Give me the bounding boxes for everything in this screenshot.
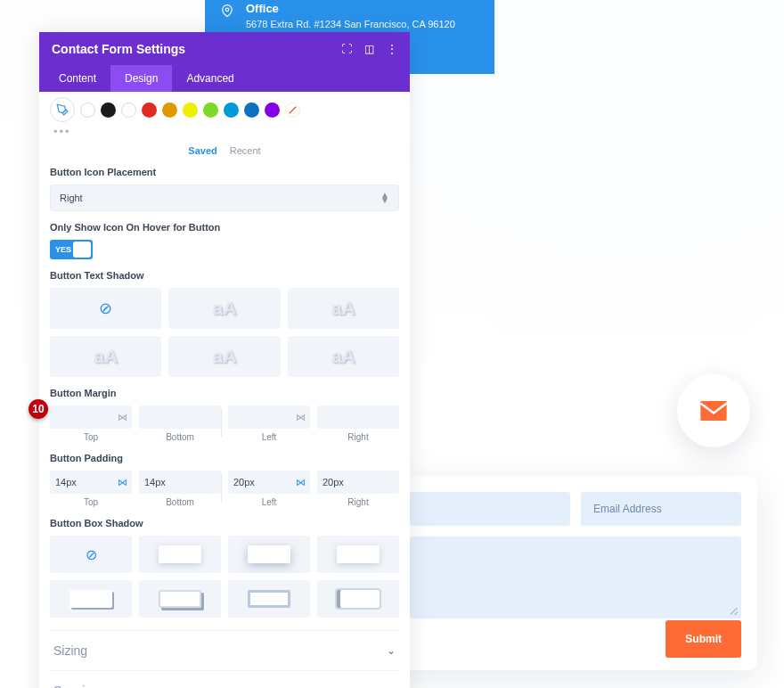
saved-tab[interactable]: Saved	[188, 145, 216, 156]
modal-header[interactable]: Contact Form Settings ⛶ ◫ ⋮	[39, 32, 410, 65]
saved-recent-row: Saved Recent	[50, 145, 399, 156]
contact-form-card: Email Address Submit	[394, 476, 757, 670]
message-field[interactable]	[410, 536, 741, 618]
chevron-down-icon: ⌄	[387, 684, 396, 688]
select-icon-placement[interactable]: Right ▲▼	[50, 184, 399, 211]
label-button-padding: Button Padding	[50, 453, 399, 463]
padding-left-input[interactable]: 20px⋈	[228, 471, 310, 494]
select-arrows-icon: ▲▼	[380, 192, 389, 203]
more-icon[interactable]: ⋮	[387, 43, 397, 55]
lab-left: Left	[228, 432, 310, 442]
submit-button[interactable]: Submit	[666, 620, 741, 658]
lab-right: Right	[317, 432, 399, 442]
link-icon[interactable]: ⋈	[118, 412, 127, 423]
text-shadow-opt-3[interactable]: aA	[50, 336, 161, 377]
toggle-knob	[73, 242, 91, 258]
label-icon-placement: Button Icon Placement	[50, 167, 399, 177]
color-palette-row	[50, 97, 399, 122]
modal-body: ••• Saved Recent Button Icon Placement R…	[39, 92, 410, 688]
resize-handle-icon[interactable]	[731, 608, 738, 615]
box-shadow-none[interactable]: ⊘	[50, 536, 132, 573]
office-address: 5678 Extra Rd. #1234 San Francisco, CA 9…	[246, 19, 455, 29]
tab-design[interactable]: Design	[110, 65, 172, 92]
box-shadow-6[interactable]	[228, 580, 310, 618]
box-shadow-3[interactable]	[317, 536, 399, 573]
swatch-none[interactable]	[285, 102, 300, 118]
lab-left: Left	[228, 497, 310, 507]
box-shadow-2[interactable]	[228, 536, 310, 573]
box-shadow-1[interactable]	[139, 536, 221, 573]
panel-icon[interactable]: ◫	[364, 43, 374, 55]
text-shadow-opt-5[interactable]: aA	[288, 336, 399, 377]
tab-advanced[interactable]: Advanced	[172, 65, 248, 92]
accordion-sizing[interactable]: Sizing ⌄	[50, 630, 399, 670]
eyedropper-icon[interactable]	[50, 97, 75, 122]
text-shadow-opt-4[interactable]: aA	[168, 336, 280, 377]
swatch-black[interactable]	[101, 102, 116, 118]
separator	[221, 408, 222, 437]
box-shadow-7[interactable]	[317, 580, 399, 618]
swatch-blue[interactable]	[244, 102, 259, 118]
label-only-hover: Only Show Icon On Hover for Button	[50, 222, 399, 233]
toggle-value: YES	[55, 245, 71, 254]
margin-bottom-input[interactable]	[139, 405, 221, 429]
margin-inputs: ⋈ ⋈	[50, 405, 399, 429]
swatch-purple[interactable]	[265, 102, 280, 118]
settings-modal: Contact Form Settings ⛶ ◫ ⋮ Content Desi…	[39, 32, 410, 688]
label-text-shadow: Button Text Shadow	[50, 270, 399, 281]
name-field[interactable]	[410, 492, 570, 526]
lab-top: Top	[50, 497, 132, 507]
box-shadow-5[interactable]	[139, 580, 221, 618]
swatch-white[interactable]	[80, 102, 95, 118]
none-icon: ⊘	[86, 546, 97, 563]
recent-tab[interactable]: Recent	[230, 145, 261, 156]
padding-top-input[interactable]: 14px⋈	[50, 471, 132, 494]
lab-top: Top	[50, 432, 132, 442]
email-fab[interactable]	[677, 374, 750, 447]
label-box-shadow: Button Box Shadow	[50, 518, 399, 528]
padding-right-input[interactable]: 20px	[317, 471, 399, 494]
accordion-spacing[interactable]: Spacing ⌄	[50, 670, 399, 688]
margin-top-input[interactable]: ⋈	[50, 405, 132, 429]
link-icon[interactable]: ⋈	[296, 477, 306, 488]
text-shadow-grid: ⊘ aA aA aA aA aA	[50, 288, 399, 377]
label-button-margin: Button Margin	[50, 388, 399, 398]
map-pin-icon	[221, 3, 233, 22]
box-shadow-4[interactable]	[50, 580, 132, 618]
svg-rect-1	[700, 401, 726, 421]
margin-right-input[interactable]	[317, 405, 399, 429]
swatch-blank[interactable]	[121, 102, 136, 118]
lab-bottom: Bottom	[139, 432, 221, 442]
text-shadow-opt-1[interactable]: aA	[168, 288, 280, 329]
padding-bottom-input[interactable]: 14px	[139, 471, 221, 494]
email-field[interactable]: Email Address	[581, 492, 741, 526]
swatch-green[interactable]	[203, 102, 218, 118]
tab-row: Content Design Advanced	[39, 65, 410, 92]
select-value: Right	[60, 192, 83, 203]
text-shadow-opt-2[interactable]: aA	[288, 288, 399, 329]
chevron-down-icon: ⌄	[387, 644, 396, 657]
swatch-teal[interactable]	[224, 102, 239, 118]
tab-content[interactable]: Content	[45, 65, 110, 92]
toggle-only-hover[interactable]: YES	[50, 240, 93, 259]
more-dots-icon[interactable]: •••	[53, 125, 399, 138]
link-icon[interactable]: ⋈	[118, 477, 127, 488]
accordion-label: Sizing	[53, 643, 87, 658]
lab-bottom: Bottom	[139, 497, 221, 507]
office-title: Office	[246, 2, 455, 15]
swatch-red[interactable]	[142, 102, 157, 118]
swatch-yellow[interactable]	[183, 102, 198, 118]
none-icon: ⊘	[99, 299, 112, 318]
accordion-label: Spacing	[53, 684, 99, 688]
padding-inputs: 14px⋈ 14px 20px⋈ 20px	[50, 471, 399, 494]
step-marker-10: 10	[29, 399, 48, 419]
text-shadow-none[interactable]: ⊘	[50, 288, 161, 329]
box-shadow-grid: ⊘	[50, 536, 399, 618]
expand-icon[interactable]: ⛶	[341, 43, 352, 55]
swatch-orange[interactable]	[162, 102, 177, 118]
lab-right: Right	[317, 497, 399, 507]
link-icon[interactable]: ⋈	[296, 412, 306, 423]
margin-left-input[interactable]: ⋈	[228, 405, 310, 429]
modal-title: Contact Form Settings	[52, 42, 185, 56]
separator	[221, 473, 222, 502]
